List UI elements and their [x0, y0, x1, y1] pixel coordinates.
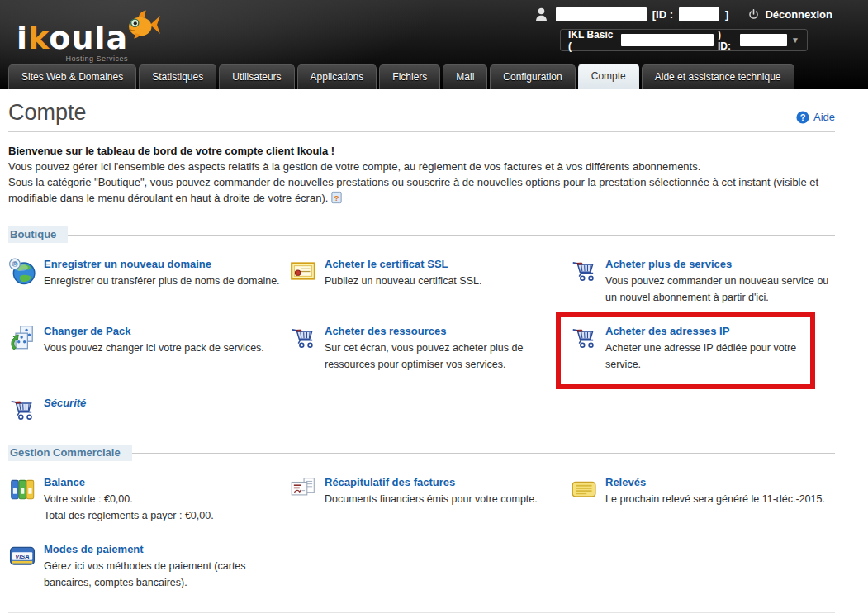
item-description: Documents financiers émis pour votre com… — [325, 491, 538, 507]
service-item-securite: Sécurité — [8, 396, 289, 424]
shopping-cart-icon — [289, 324, 317, 352]
power-icon — [747, 8, 760, 21]
help-link[interactable]: Aide — [796, 111, 835, 124]
subscription-middle: ) ID: — [718, 29, 736, 52]
shopping-cart-icon — [8, 396, 36, 424]
page-title: Compte — [8, 100, 87, 126]
subscription-id-redacted — [740, 34, 787, 46]
item-description: Acheter une adresse IP dédiée pour votre… — [605, 340, 802, 373]
subscription-name-redacted — [621, 34, 714, 46]
item-link-balance[interactable]: Balance — [44, 476, 85, 488]
tab-applications[interactable]: Applications — [297, 64, 377, 89]
item-link-releves[interactable]: Relevés — [605, 476, 646, 488]
tab-compte[interactable]: Compte — [578, 64, 639, 89]
shopping-cart-icon — [570, 257, 598, 285]
section-header-boutique: Boutique — [8, 226, 835, 243]
welcome-line-2: Vous pouvez gérer ici l'ensemble des asp… — [8, 159, 835, 174]
subscription-prefix: IKL Basic ( — [568, 29, 617, 52]
goldfish-icon — [123, 8, 161, 41]
user-info-bar: [ID : ] Déconnexion — [533, 6, 832, 23]
logo-tagline: Hosting Services — [17, 55, 128, 63]
chevron-down-icon: ▼ — [791, 36, 799, 45]
user-icon — [533, 6, 550, 23]
service-item-recapitulatif-factures: Récapitulatif des factures Documents fin… — [289, 475, 570, 524]
section-header-gestion-commerciale: Gestion Commerciale — [8, 445, 835, 461]
welcome-line-3: Sous la catégorie "Boutique", vous pouve… — [8, 174, 835, 206]
item-description: Le prochain relevé sera généré le 11-déc… — [605, 491, 825, 507]
highlight-box-adresses-ip: Acheter des adresses IP Acheter une adre… — [556, 312, 815, 389]
app-header: ikoula Hosting Services [ID : ] Déconnex… — [0, 0, 868, 89]
logo-wordmark: ikoula — [17, 22, 128, 54]
service-item-acheter-certificat-ssl: Acheter le certificat SSL Publiez un nou… — [289, 257, 570, 306]
section-boutique: Boutique Enregistrer un nouveau domaine … — [8, 226, 835, 424]
logout-button[interactable]: Déconnexion — [747, 8, 832, 21]
item-description: Sur cet écran, vous pouvez acheter plus … — [325, 340, 566, 373]
service-item-acheter-adresses-ip: Acheter des adresses IP Acheter une adre… — [570, 324, 802, 373]
item-description: Publiez un nouveau certificat SSL. — [325, 273, 481, 289]
item-description: Enregistrer ou transférer plus de noms d… — [44, 273, 280, 289]
inline-help-icon[interactable] — [330, 191, 343, 204]
tab-statistiques[interactable]: Statistiques — [139, 64, 216, 89]
item-link-enregistrer-domaine[interactable]: Enregistrer un nouveau domaine — [44, 258, 211, 270]
item-link-changer-pack[interactable]: Changer de Pack — [44, 325, 131, 337]
section-title: Boutique — [8, 226, 68, 243]
note-icon — [570, 475, 598, 503]
item-link-acheter-plus-services[interactable]: Acheter plus de services — [605, 258, 732, 270]
service-item-balance: Balance Votre solde : €0,00. Total des r… — [8, 475, 289, 524]
item-description: Vous pouvez commander un nouveau service… — [605, 273, 835, 306]
item-link-acheter-adresses-ip[interactable]: Acheter des adresses IP — [605, 325, 729, 337]
item-link-modes-paiement[interactable]: Modes de paiement — [44, 543, 144, 555]
username-redacted — [556, 7, 647, 21]
service-item-modes-paiement: Modes de paiement Gérez ici vos méthodes… — [8, 542, 289, 591]
logout-label: Déconnexion — [765, 8, 832, 21]
ikoula-logo: ikoula Hosting Services — [17, 8, 161, 63]
globe-registered-icon — [8, 257, 36, 285]
page-content: Compte Aide Bienvenue sur le tableau de … — [8, 89, 835, 614]
help-link-label: Aide — [813, 111, 835, 123]
invoice-icon — [289, 475, 317, 503]
welcome-block: Bienvenue sur le tableau de bord de votr… — [8, 143, 835, 206]
shopping-cart-icon — [570, 324, 598, 352]
item-description: Vous pouvez changer ici votre pack de se… — [44, 340, 264, 356]
tab-mail[interactable]: Mail — [443, 64, 487, 89]
item-link-acheter-certificat-ssl[interactable]: Acheter le certificat SSL — [325, 258, 448, 270]
tab-fichiers[interactable]: Fichiers — [379, 64, 440, 89]
section-title: Gestion Commerciale — [8, 445, 132, 461]
welcome-title: Bienvenue sur le tableau de bord de votr… — [8, 143, 835, 159]
help-circle-icon — [796, 111, 809, 124]
item-description: Gérez ici vos méthodes de paiement (cart… — [44, 558, 285, 591]
item-description: Votre solde : €0,00. Total des règlement… — [44, 491, 214, 524]
section-gestion-commerciale: Gestion Commerciale Balance Votre solde … — [8, 445, 835, 591]
item-link-recapitulatif-factures[interactable]: Récapitulatif des factures — [325, 476, 455, 488]
service-item-releves: Relevés Le prochain relevé sera généré l… — [570, 475, 835, 524]
user-id-suffix: ] — [725, 8, 728, 21]
tab-aide-assistance[interactable]: Aide et assistance technique — [642, 64, 794, 89]
credit-card-icon — [8, 542, 36, 570]
change-pack-icon — [8, 324, 36, 352]
main-navigation: Sites Web & Domaines Statistiques Utilis… — [8, 64, 794, 89]
tab-utilisateurs[interactable]: Utilisateurs — [219, 64, 294, 89]
ssl-certificate-icon — [289, 257, 317, 285]
tab-configuration[interactable]: Configuration — [490, 64, 575, 89]
title-divider — [8, 131, 835, 132]
user-id-prefix: [ID : — [652, 8, 673, 21]
subscription-selector[interactable]: IKL Basic ( ) ID: ▼ — [560, 29, 808, 51]
tab-sites-web-domaines[interactable]: Sites Web & Domaines — [8, 64, 136, 89]
item-link-securite[interactable]: Sécurité — [44, 397, 86, 409]
service-item-acheter-plus-services: Acheter plus de services Vous pouvez com… — [570, 257, 835, 306]
item-link-acheter-ressources[interactable]: Acheter des ressources — [325, 325, 446, 337]
service-item-changer-pack: Changer de Pack Vous pouvez changer ici … — [8, 324, 289, 378]
user-id-redacted — [679, 7, 719, 21]
service-item-enregistrer-domaine: Enregistrer un nouveau domaine Enregistr… — [8, 257, 289, 306]
service-item-acheter-ressources: Acheter des ressources Sur cet écran, vo… — [289, 324, 570, 378]
binders-icon — [8, 475, 36, 503]
